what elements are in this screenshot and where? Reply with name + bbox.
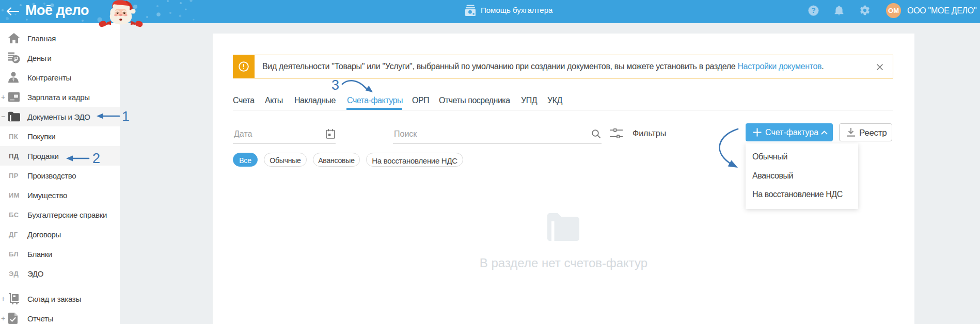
svg-text:?: ? (811, 6, 816, 14)
